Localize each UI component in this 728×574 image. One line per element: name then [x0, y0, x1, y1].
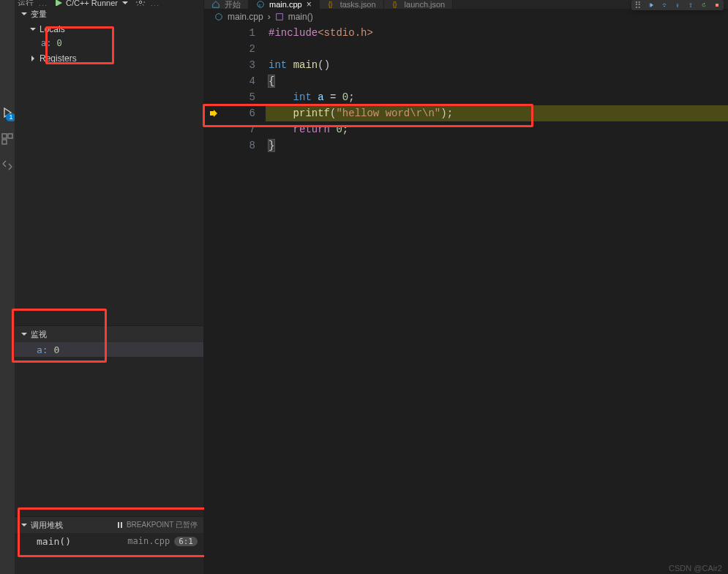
- restart-icon[interactable]: [702, 3, 706, 7]
- svg-point-12: [216, 14, 222, 20]
- svg-text:c: c: [258, 3, 260, 7]
- activity-bar: 1: [0, 0, 15, 574]
- debug-config-bar: 运行 … C/C++ Runner …: [15, 0, 203, 6]
- debug-toolbar: ⠿: [631, 0, 724, 10]
- step-over-icon[interactable]: [662, 3, 667, 7]
- line-gutter: 1 2 3 4 5 6 7 8: [204, 25, 266, 574]
- callstack-frame[interactable]: main() main.cpp 6:1: [15, 533, 203, 549]
- watch-value: 0: [53, 344, 59, 355]
- frame-file: main.cpp: [127, 536, 170, 546]
- continue-icon[interactable]: [649, 3, 653, 7]
- editor-area: 开始 c main.cpp × {} tasks.json {} launch.…: [204, 0, 728, 574]
- tab-label: launch.json: [405, 0, 446, 9]
- registers-node[interactable]: Registers: [15, 51, 203, 66]
- svg-rect-11: [716, 4, 718, 7]
- tab-label: 开始: [225, 0, 241, 9]
- svg-rect-0: [2, 134, 7, 138]
- chevron-down-icon: [19, 520, 29, 530]
- callstack-header[interactable]: 调用堆栈 BREAKPOINT 已暂停: [15, 517, 203, 533]
- stop-icon[interactable]: [715, 3, 719, 7]
- tab-welcome[interactable]: 开始: [204, 0, 249, 9]
- callstack-section: 调用堆栈 BREAKPOINT 已暂停 main() main.cpp 6:1: [15, 516, 203, 574]
- variable-value: 0: [57, 39, 62, 49]
- execution-pointer-icon: [209, 105, 219, 121]
- chevron-down-icon: [19, 9, 29, 19]
- gear-icon[interactable]: [135, 0, 146, 6]
- variables-header[interactable]: 变量: [15, 6, 203, 22]
- svg-text:{}: {}: [392, 1, 397, 8]
- svg-point-10: [690, 6, 691, 7]
- run-debug-icon[interactable]: 1: [1, 107, 13, 118]
- frame-name: main(): [37, 536, 71, 547]
- step-out-icon[interactable]: [688, 3, 693, 7]
- tab-label: tasks.json: [340, 0, 376, 9]
- overflow-icon[interactable]: …: [150, 0, 160, 6]
- chevron-down-icon: [19, 329, 29, 339]
- breadcrumb-symbol: main(): [288, 12, 313, 22]
- svg-rect-1: [8, 134, 12, 138]
- more-icon[interactable]: …: [38, 0, 48, 6]
- svg-point-3: [139, 1, 142, 4]
- drag-handle-icon[interactable]: ⠿: [636, 3, 640, 7]
- variables-section: 变量 Locals a: 0 Registers: [15, 6, 203, 66]
- extensions-icon[interactable]: [1, 133, 13, 145]
- tab-launch-json[interactable]: {} launch.json: [384, 0, 454, 9]
- chevron-down-icon: [28, 24, 38, 34]
- step-into-icon[interactable]: [675, 3, 680, 7]
- close-icon[interactable]: ×: [307, 0, 312, 9]
- tab-main-cpp[interactable]: c main.cpp ×: [249, 0, 320, 9]
- debug-sidebar: 运行 … C/C++ Runner … 变量 Locals a: 0: [15, 0, 204, 574]
- code-body[interactable]: #include<stdio.h> int main() { int a = 0…: [266, 25, 728, 574]
- watch-name: a:: [37, 344, 48, 355]
- svg-rect-2: [2, 140, 7, 144]
- tab-label: main.cpp: [269, 0, 302, 9]
- locals-node[interactable]: Locals: [15, 22, 203, 37]
- frame-position: 6:1: [174, 537, 198, 546]
- watch-section: 监视 a: 0: [15, 325, 203, 516]
- chevron-right-icon: ›: [268, 12, 271, 22]
- variables-title: 变量: [31, 9, 47, 20]
- registers-label: Registers: [40, 53, 77, 64]
- run-label: 运行: [18, 0, 34, 6]
- breadcrumb[interactable]: main.cpp › main(): [204, 9, 728, 25]
- svg-rect-13: [276, 14, 282, 20]
- current-execution-line: printf("hellow word\r\n");: [266, 105, 728, 121]
- svg-text:{}: {}: [328, 1, 332, 8]
- debug-config-select[interactable]: C/C++ Runner: [54, 0, 130, 6]
- breadcrumb-file: main.cpp: [228, 12, 263, 22]
- paused-indicator: BREAKPOINT 已暂停: [116, 520, 198, 530]
- svg-point-9: [677, 6, 678, 7]
- watch-title: 监视: [31, 329, 47, 340]
- config-label: C/C++ Runner: [66, 0, 118, 6]
- svg-point-8: [664, 6, 665, 7]
- variable-a[interactable]: a: 0: [15, 37, 203, 51]
- chevron-right-icon: [28, 53, 38, 64]
- remote-icon[interactable]: [1, 159, 13, 171]
- tab-tasks-json[interactable]: {} tasks.json: [320, 0, 384, 9]
- code-editor[interactable]: 1 2 3 4 5 6 7 8 #include<stdio.h> int ma…: [204, 25, 728, 574]
- watch-header[interactable]: 监视: [15, 326, 203, 342]
- watch-expression[interactable]: a: 0: [15, 342, 203, 357]
- watermark: CSDN @CAir2: [669, 564, 722, 573]
- variable-name: a:: [41, 39, 51, 49]
- locals-label: Locals: [40, 24, 65, 34]
- callstack-title: 调用堆栈: [31, 520, 63, 531]
